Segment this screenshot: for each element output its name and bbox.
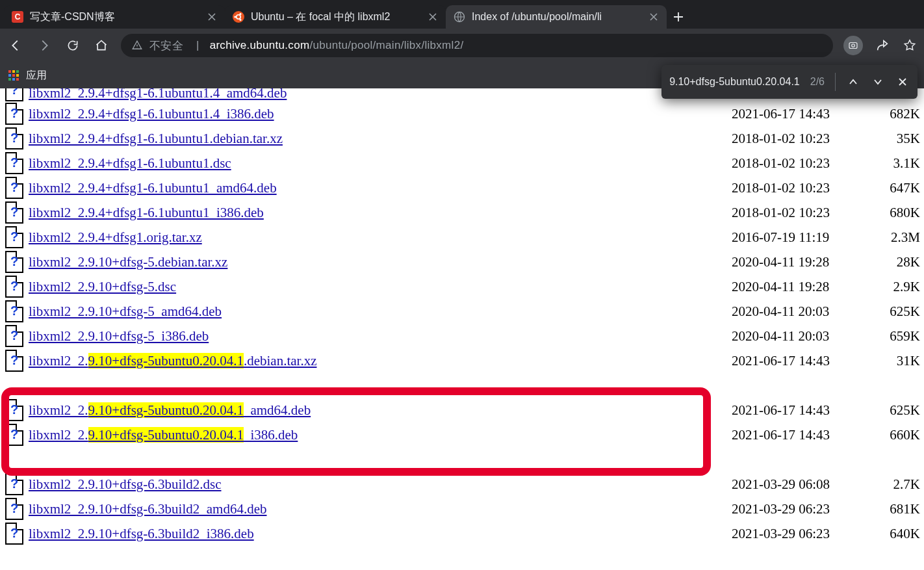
file-link[interactable]: libxml2_2.9.10+dfsg-5ubuntu0.20.04.1_amd… [29, 402, 311, 419]
home-button[interactable] [92, 36, 110, 55]
tab-2-active[interactable]: Index of /ubuntu/pool/main/li [446, 5, 667, 29]
file-icon: ? [5, 251, 23, 273]
file-link[interactable]: libxml2_2.9.4+dfsg1-6.1ubuntu1.4_amd64.d… [29, 88, 287, 101]
file-date: 2021-06-17 14:43 [732, 427, 875, 443]
file-link[interactable]: libxml2_2.9.10+dfsg-6.3build2_i386.deb [29, 526, 254, 542]
file-icon: ? [5, 350, 23, 372]
svg-rect-13 [16, 74, 19, 77]
file-link[interactable]: libxml2_2.9.10+dfsg-5ubuntu0.20.04.1.deb… [29, 353, 316, 369]
reload-button[interactable] [64, 36, 82, 55]
separator [835, 73, 836, 91]
file-size: 35K [875, 131, 920, 147]
file-date: 2020-04-11 19:28 [732, 254, 875, 270]
file-link[interactable]: libxml2_2.9.10+dfsg-5_i386.deb [29, 328, 209, 344]
file-icon: ? [5, 523, 23, 545]
find-highlight: 9.10+dfsg-5ubuntu0.20.04.1 [88, 402, 244, 418]
close-icon[interactable] [428, 12, 438, 22]
directory-listing: ?libxml2_2.9.4+dfsg1-6.1ubuntu1.4_amd64.… [0, 88, 924, 546]
file-date: 2021-06-17 14:43 [732, 353, 875, 369]
file-size: 2.9K [875, 279, 920, 295]
url-text: archive.ubuntu.com/ubuntu/pool/main/libx… [210, 39, 464, 52]
file-link[interactable]: libxml2_2.9.4+dfsg1-6.1ubuntu1_amd64.deb [29, 180, 277, 196]
share-icon[interactable] [875, 38, 890, 53]
list-item: ?libxml2_2.9.4+dfsg1-6.1ubuntu1.4_i386.d… [4, 101, 920, 126]
forward-button[interactable] [35, 36, 53, 55]
bookmark-star-icon[interactable] [902, 38, 918, 53]
file-icon: ? [5, 300, 23, 322]
lens-search-icon[interactable] [843, 36, 863, 55]
favicon-csdn: C [12, 11, 23, 23]
file-date: 2021-06-17 14:43 [732, 402, 875, 419]
file-icon: ? [5, 226, 23, 248]
file-link[interactable]: libxml2_2.9.10+dfsg-6.3build2.dsc [29, 476, 222, 493]
file-name-post: .debian.tar.xz [244, 353, 317, 369]
toolbar-right [843, 36, 918, 55]
address-bar[interactable]: 不安全 | archive.ubuntu.com/ubuntu/pool/mai… [121, 34, 833, 57]
tab-0[interactable]: C 写文章-CSDN博客 [4, 5, 225, 29]
file-size: 31K [875, 353, 920, 369]
file-link[interactable]: libxml2_2.9.4+dfsg1-6.1ubuntu1.4_i386.de… [29, 106, 274, 122]
file-date: 2018-01-02 10:23 [732, 155, 875, 172]
file-icon: ? [5, 127, 23, 149]
file-link[interactable]: libxml2_2.9.10+dfsg-5_amd64.deb [29, 304, 222, 320]
svg-rect-10 [16, 70, 19, 73]
url-host: archive.ubuntu.com [210, 39, 310, 51]
file-name-post: _amd64.deb [244, 402, 311, 418]
apps-icon[interactable] [8, 70, 19, 81]
file-link[interactable]: libxml2_2.9.4+dfsg1.orig.tar.xz [29, 229, 202, 246]
list-item: ?libxml2_2.9.10+dfsg-6.3build2.dsc2021-0… [4, 472, 920, 497]
tab-title: Ubuntu – 在 focal 中的 libxml2 [251, 10, 421, 24]
file-date: 2016-07-19 11:19 [732, 229, 875, 246]
file-link[interactable]: libxml2_2.9.10+dfsg-5.dsc [29, 279, 176, 295]
find-highlight: 9.10+dfsg-5ubuntu0.20.04.1 [88, 353, 244, 369]
find-in-page-bar: 9.10+dfsg-5ubuntu0.20.04.1 2/6 [661, 65, 918, 99]
file-icon: ? [5, 177, 23, 199]
list-item: ?libxml2_2.9.4+dfsg1-6.1ubuntu1.debian.t… [4, 126, 920, 151]
file-date: 2020-04-11 20:03 [732, 328, 875, 344]
file-date: 2020-04-11 19:28 [732, 279, 875, 295]
list-item: ?libxml2_2.9.4+dfsg1.orig.tar.xz2016-07-… [4, 225, 920, 250]
list-item: ?libxml2_2.9.10+dfsg-5ubuntu0.20.04.1_am… [4, 398, 920, 422]
file-date: 2021-03-29 06:23 [732, 526, 875, 542]
find-count: 2/6 [810, 76, 825, 88]
tab-strip: C 写文章-CSDN博客 Ubuntu – 在 focal 中的 libxml2… [0, 0, 924, 29]
new-tab-button[interactable] [667, 5, 690, 29]
svg-rect-11 [8, 74, 11, 77]
file-size: 647K [875, 180, 920, 196]
apps-label[interactable]: 应用 [26, 69, 47, 83]
list-item: ?libxml2_2.9.10+dfsg-6.3build2_amd64.deb… [4, 497, 920, 521]
find-prev-button[interactable] [846, 75, 860, 89]
file-date: 2021-03-29 06:23 [732, 501, 875, 517]
list-item: ?libxml2_2.9.10+dfsg-5.dsc2020-04-11 19:… [4, 274, 920, 299]
file-size: 659K [875, 328, 920, 344]
file-name-pre: libxml2_2. [29, 402, 88, 418]
file-link[interactable]: libxml2_2.9.10+dfsg-5.debian.tar.xz [29, 254, 227, 270]
svg-rect-8 [8, 70, 11, 73]
file-link[interactable]: libxml2_2.9.10+dfsg-5ubuntu0.20.04.1_i38… [29, 427, 298, 443]
find-next-button[interactable] [871, 75, 885, 89]
file-link[interactable]: libxml2_2.9.4+dfsg1-6.1ubuntu1.debian.ta… [29, 131, 283, 147]
toolbar: 不安全 | archive.ubuntu.com/ubuntu/pool/mai… [0, 29, 924, 62]
file-size: 28K [875, 254, 920, 270]
file-size: 680K [875, 205, 920, 221]
close-icon[interactable] [207, 12, 217, 22]
file-icon: ? [5, 399, 23, 421]
file-date: 2021-03-29 06:08 [732, 476, 875, 493]
file-icon: ? [5, 498, 23, 520]
list-item: ?libxml2_2.9.10+dfsg-5ubuntu0.20.04.1_i3… [4, 422, 920, 447]
file-link[interactable]: libxml2_2.9.4+dfsg1-6.1ubuntu1_i386.deb [29, 205, 264, 221]
svg-rect-6 [849, 43, 857, 49]
tab-1[interactable]: Ubuntu – 在 focal 中的 libxml2 [225, 5, 446, 29]
file-size: 625K [875, 402, 920, 419]
find-close-button[interactable] [895, 75, 910, 89]
find-query[interactable]: 9.10+dfsg-5ubuntu0.20.04.1 [669, 76, 800, 88]
back-button[interactable] [6, 36, 25, 55]
file-name-pre: libxml2_2. [29, 353, 88, 369]
svg-point-7 [852, 44, 855, 47]
favicon-ubuntu [233, 11, 244, 23]
file-icon: ? [5, 424, 23, 446]
file-size: 3.1K [875, 155, 920, 172]
file-link[interactable]: libxml2_2.9.10+dfsg-6.3build2_amd64.deb [29, 501, 267, 517]
close-icon[interactable] [648, 12, 659, 22]
file-link[interactable]: libxml2_2.9.4+dfsg1-6.1ubuntu1.dsc [29, 155, 231, 172]
